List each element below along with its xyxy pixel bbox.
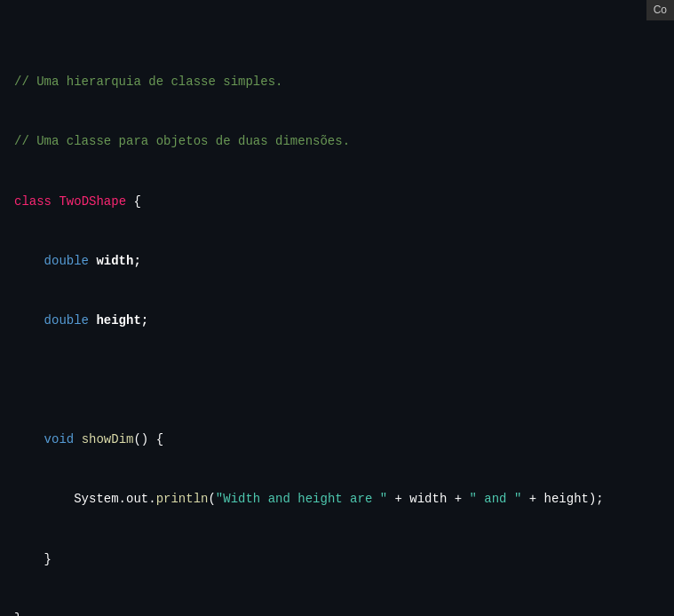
line-2: // Uma classe para objetos de duas dimen… bbox=[14, 131, 660, 151]
line-10: } bbox=[14, 609, 660, 616]
keyword-class: class bbox=[14, 194, 52, 209]
title-bar: Co bbox=[646, 0, 674, 20]
line-7: void showDim() { bbox=[14, 430, 660, 449]
method-println: println bbox=[156, 492, 209, 506]
line-1: // Uma hierarquia de classe simples. bbox=[14, 72, 660, 91]
string-1: "Width and height are " bbox=[216, 492, 387, 506]
type-double: double bbox=[14, 254, 89, 268]
line-6 bbox=[14, 370, 660, 390]
type-double2: double bbox=[14, 313, 89, 328]
line-9: } bbox=[14, 549, 660, 569]
line-5: double height; bbox=[14, 311, 660, 330]
title-label: Co bbox=[654, 4, 667, 16]
line-4: double width; bbox=[14, 251, 660, 271]
code-content: // Uma hierarquia de classe simples. // … bbox=[0, 9, 674, 616]
string-2: " and " bbox=[470, 492, 522, 506]
class-name: TwoDShape bbox=[59, 194, 126, 209]
line-3: class TwoDShape { bbox=[14, 192, 660, 211]
method-showdim: showDim bbox=[82, 432, 134, 446]
line-8: System.out.println("Width and height are… bbox=[14, 489, 660, 509]
comment: // Uma hierarquia de classe simples. bbox=[14, 75, 282, 89]
type-void: void bbox=[14, 432, 74, 446]
comment: // Uma classe para objetos de duas dimen… bbox=[14, 134, 350, 148]
code-editor: Co // Uma hierarquia de classe simples. … bbox=[0, 0, 674, 616]
